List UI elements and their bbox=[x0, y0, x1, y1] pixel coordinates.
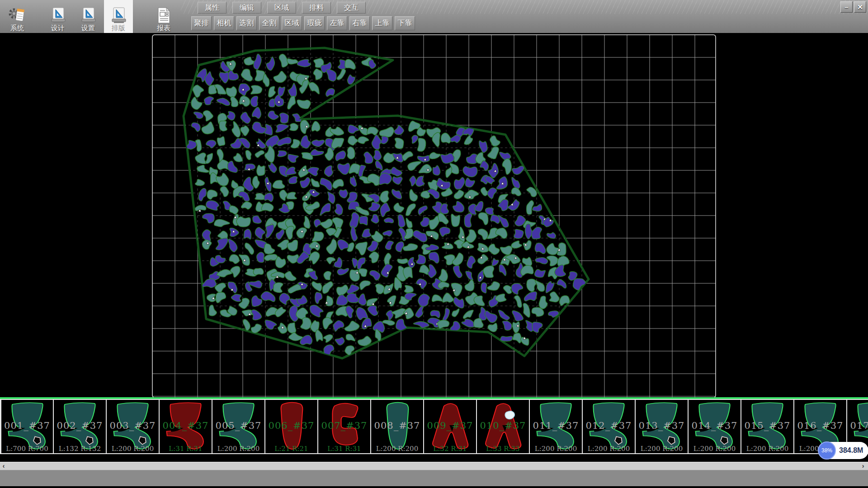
settings-icon bbox=[80, 5, 97, 24]
tool-button-9[interactable]: 上靠 bbox=[372, 16, 392, 30]
launcher-button-2[interactable]: 设计 bbox=[43, 0, 72, 33]
thumbnail-lr-count: L:31 R:31 bbox=[318, 445, 370, 453]
thumbnail-lr-count: L:200 R:200 bbox=[689, 445, 741, 453]
menu-item-2[interactable]: 编辑 bbox=[232, 2, 261, 14]
tool-button-8[interactable]: 右靠 bbox=[349, 16, 370, 30]
menu-bar: 属性编辑区域排料交互 bbox=[198, 2, 372, 14]
thumbnail-lr-count: L:700 R:700 bbox=[1, 445, 53, 453]
tool-button-6[interactable]: 瑕疵 bbox=[304, 16, 325, 30]
application-window: 系统设计设置排版报表 属性编辑区域排料交互 聚排相机选割全割区域瑕疵左靠右靠上靠… bbox=[0, 0, 868, 488]
launcher-label: 排版 bbox=[112, 24, 125, 32]
report-icon bbox=[156, 5, 172, 24]
tool-button-7[interactable]: 左靠 bbox=[327, 16, 347, 30]
scroll-right-arrow[interactable]: › bbox=[860, 462, 866, 470]
tool-button-1[interactable]: 聚排 bbox=[191, 16, 212, 30]
thumbnail-lr-count: L:21 R:21 bbox=[265, 445, 317, 453]
thumbnail-005_#37[interactable]: 005_#37L:200 R:200 bbox=[212, 400, 264, 453]
progress-badge: 38% 384.8M bbox=[818, 442, 868, 459]
thumbnail-id: 016_#37 bbox=[794, 420, 846, 431]
thumbnail-006_#37[interactable]: 006_#37L:21 R:21 bbox=[264, 400, 317, 453]
menu-item-4[interactable]: 排料 bbox=[302, 2, 331, 14]
tool-button-5[interactable]: 区域 bbox=[282, 16, 302, 30]
tool-button-10[interactable]: 下靠 bbox=[395, 16, 415, 30]
thumbnail-id: 013_#37 bbox=[636, 420, 688, 431]
thumbnail-lr-count: L:31 R:31 bbox=[160, 445, 212, 453]
thumbnail-id: 004_#37 bbox=[160, 420, 212, 431]
thumbnail-id: 002_#37 bbox=[54, 420, 106, 431]
thumbnail-003_#37[interactable]: 003_#37L:200 R:200 bbox=[106, 400, 159, 453]
thumbnail-id: 014_#37 bbox=[689, 420, 741, 431]
thumbnail-id: 008_#37 bbox=[371, 420, 423, 431]
thumbnail-007_#37[interactable]: 007_#37L:31 R:31 bbox=[317, 400, 370, 453]
thumbnail-lr-count: L:200 R:200 bbox=[107, 445, 159, 453]
launcher-label: 报表 bbox=[157, 24, 170, 32]
thumbnail-014_#37[interactable]: 014_#37L:200 R:200 bbox=[688, 400, 741, 453]
thumbnail-009_#37[interactable]: 009_#37L:32 R:31 bbox=[423, 400, 476, 453]
thumbnail-id: 006_#37 bbox=[265, 420, 317, 431]
thumbnail-lr-count: L:200 R:200 bbox=[583, 445, 635, 453]
thumbnail-id: 010_#37 bbox=[477, 420, 529, 431]
launcher-label: 系统 bbox=[10, 24, 24, 32]
thumbnail-lr-count: L:200 R:200 bbox=[371, 445, 423, 453]
thumbnail-008_#37[interactable]: 008_#37L:200 R:200 bbox=[370, 400, 423, 453]
system-icon bbox=[8, 5, 26, 24]
thumbnail-010_#37[interactable]: 010_#37L:33 R:33 bbox=[476, 400, 529, 453]
thumbnail-list: 001_#37L:700 R:700002_#37L:132 R:132003_… bbox=[0, 399, 868, 454]
thumbnail-001_#37[interactable]: 001_#37L:700 R:700 bbox=[0, 400, 53, 453]
menu-item-3[interactable]: 区域 bbox=[267, 2, 296, 14]
thumbnail-id: 003_#37 bbox=[107, 420, 159, 431]
close-button[interactable]: ✕ bbox=[854, 1, 866, 13]
status-bar bbox=[0, 470, 868, 486]
thumbnail-lr-count: L:200 R:200 bbox=[212, 445, 264, 453]
launcher-button-4[interactable]: 排版 bbox=[104, 0, 133, 33]
thumbnail-012_#37[interactable]: 012_#37L:200 R:200 bbox=[582, 400, 635, 453]
thumbnail-002_#37[interactable]: 002_#37L:132 R:132 bbox=[53, 400, 106, 453]
tool-button-2[interactable]: 相机 bbox=[214, 16, 234, 30]
memory-value: 384.8M bbox=[839, 442, 863, 459]
thumbnail-004_#37[interactable]: 004_#37L:31 R:31 bbox=[159, 400, 212, 453]
tool-row: 聚排相机选割全割区域瑕疵左靠右靠上靠下靠 bbox=[191, 16, 415, 30]
launcher-button-3[interactable]: 设置 bbox=[74, 0, 103, 33]
thumbnail-id: 007_#37 bbox=[318, 420, 370, 431]
minimize-button[interactable]: – bbox=[840, 1, 853, 13]
menu-item-5[interactable]: 交互 bbox=[337, 2, 366, 14]
nesting-icon bbox=[110, 5, 127, 24]
thumbnail-id: 015_#37 bbox=[741, 420, 793, 431]
piece-thumbnail-strip: 001_#37L:700 R:700002_#37L:132 R:132003_… bbox=[0, 397, 868, 454]
thumbnail-lr-count: L:200 R:200 bbox=[530, 445, 582, 453]
thumbnail-lr-count: L:132 R:132 bbox=[54, 445, 106, 453]
launcher-label: 设置 bbox=[81, 24, 95, 32]
thumbnail-id: 001_#37 bbox=[1, 420, 53, 431]
progress-percent: 38% bbox=[818, 441, 836, 460]
thumbnail-id: 005_#37 bbox=[212, 420, 264, 431]
tool-button-4[interactable]: 全割 bbox=[259, 16, 279, 30]
menu-item-1[interactable]: 属性 bbox=[198, 2, 226, 14]
thumbnail-015_#37[interactable]: 015_#37L:200 R:200 bbox=[741, 400, 793, 453]
horizontal-scrollbar[interactable]: ‹ › bbox=[0, 462, 868, 470]
thumbnail-lr-count: L:200 R:200 bbox=[741, 445, 793, 453]
thumbnail-013_#37[interactable]: 013_#37L:200 R:200 bbox=[635, 400, 688, 453]
launcher-button-5[interactable]: 报表 bbox=[149, 0, 178, 33]
thumbnail-lr-count: L:32 R:31 bbox=[424, 445, 476, 453]
tool-button-3[interactable]: 选割 bbox=[236, 16, 257, 30]
thumbnail-id: 017_#37 bbox=[847, 420, 868, 431]
design-icon bbox=[49, 5, 66, 24]
launcher-label: 设计 bbox=[51, 24, 65, 32]
thumbnail-id: 009_#37 bbox=[424, 420, 476, 431]
thumbnail-id: 012_#37 bbox=[583, 420, 635, 431]
thumbnail-id: 011_#37 bbox=[530, 420, 582, 431]
thumbnail-011_#37[interactable]: 011_#37L:200 R:200 bbox=[529, 400, 582, 453]
thumbnail-lr-count: L:200 R:200 bbox=[636, 445, 688, 453]
thumbnail-lr-count: L:33 R:33 bbox=[477, 445, 529, 453]
toolbar: 系统设计设置排版报表 属性编辑区域排料交互 聚排相机选割全割区域瑕疵左靠右靠上靠… bbox=[0, 0, 868, 33]
scroll-left-arrow[interactable]: ‹ bbox=[0, 462, 7, 470]
launcher-button-1[interactable]: 系统 bbox=[3, 0, 32, 33]
